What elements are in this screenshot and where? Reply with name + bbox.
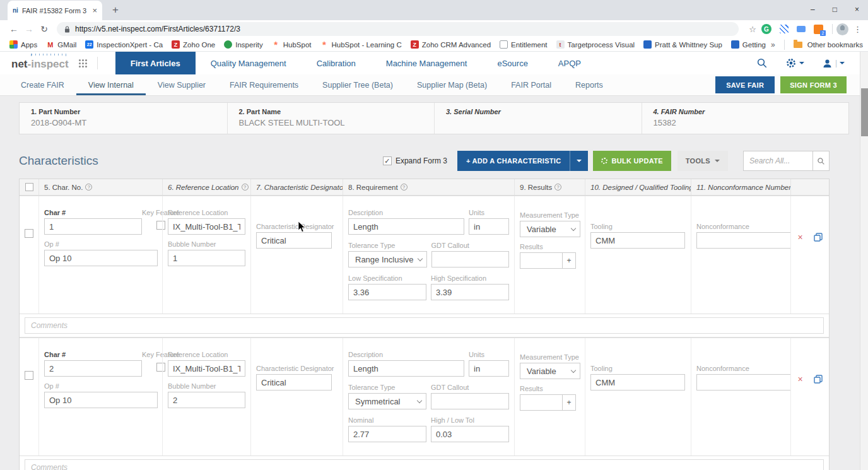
extension-badge-icon[interactable]: 2 xyxy=(814,25,823,34)
profile-avatar[interactable] xyxy=(836,23,848,35)
address-bar[interactable]: https://v5.net-inspect.com/FirstArticles… xyxy=(57,22,739,36)
tools-button[interactable]: TOOLS xyxy=(677,151,728,171)
browser-tab[interactable]: ni FAIR #15382 Form 3 × xyxy=(8,1,102,20)
other-bookmarks-label[interactable]: Other bookmarks xyxy=(807,41,863,49)
browser-menu-icon[interactable]: ⋮ xyxy=(853,25,862,34)
char-number-input[interactable] xyxy=(44,360,142,377)
results-input[interactable] xyxy=(520,252,563,269)
gdt-callout-input[interactable] xyxy=(431,251,510,267)
bookmark-item[interactable]: ZZoho One xyxy=(167,39,220,50)
units-input[interactable] xyxy=(469,360,509,377)
bubble-number-input[interactable] xyxy=(168,392,245,408)
sign-form3-button[interactable]: SIGN FORM 3 xyxy=(780,76,847,93)
search-icon[interactable] xyxy=(751,57,773,69)
tab-close-icon[interactable]: × xyxy=(92,6,97,15)
new-tab-button[interactable]: + xyxy=(112,4,119,16)
tab-view-supplier[interactable]: View Supplier xyxy=(146,74,218,95)
bookmark-item[interactable]: ZZoho CRM Advanced xyxy=(406,39,495,50)
settings-gear-icon[interactable] xyxy=(780,57,810,69)
tolerance-type-select[interactable]: Symmetrical xyxy=(348,393,426,409)
char-number-input[interactable] xyxy=(44,218,142,235)
bookmark-item[interactable]: *HubSpot - Learning C xyxy=(315,39,406,50)
spec-low-input[interactable] xyxy=(348,284,426,300)
bookmark-item[interactable]: Getting Started With xyxy=(727,39,767,50)
bookmark-item[interactable]: Apps xyxy=(5,39,42,50)
tab-view-internal[interactable]: View Internal xyxy=(76,74,146,95)
bookmark-item[interactable]: Entitlement xyxy=(495,39,552,50)
window-close-icon[interactable]: × xyxy=(855,5,859,14)
add-result-button[interactable]: + xyxy=(563,252,576,269)
spec-high-input[interactable] xyxy=(431,284,509,300)
search-input[interactable] xyxy=(743,151,812,171)
window-maximize-icon[interactable]: □ xyxy=(833,5,837,14)
spec-high-input[interactable] xyxy=(431,426,509,442)
tab-fair-portal[interactable]: FAIR Portal xyxy=(499,74,563,95)
refresh-icon[interactable]: ↻ xyxy=(37,24,52,34)
tab-create-fair[interactable]: Create FAIR xyxy=(9,74,76,95)
delete-row-icon[interactable]: × xyxy=(797,375,802,384)
row-select-checkbox[interactable] xyxy=(25,371,33,380)
add-characteristic-dropdown[interactable] xyxy=(570,151,588,171)
nav-apqp[interactable]: APQP xyxy=(543,52,596,74)
nonconformance-input[interactable] xyxy=(696,232,791,249)
characteristic-designator-input[interactable] xyxy=(256,374,332,391)
characteristic-designator-input[interactable] xyxy=(256,232,332,249)
op-number-input[interactable] xyxy=(44,250,158,266)
add-result-button[interactable]: + xyxy=(563,394,576,411)
delete-row-icon[interactable]: × xyxy=(797,233,802,242)
bookmark-item[interactable]: MGMail xyxy=(42,39,81,50)
search-button[interactable] xyxy=(812,151,830,171)
scrollbar-thumb[interactable] xyxy=(861,88,868,136)
save-fair-button[interactable]: SAVE FAIR xyxy=(715,76,775,93)
app-logo[interactable]: net -inspect xyxy=(11,52,69,74)
reference-location-input[interactable] xyxy=(168,360,245,377)
bookmark-star-icon[interactable]: ☆ xyxy=(749,25,756,34)
select-all-checkbox[interactable] xyxy=(25,183,33,191)
description-input[interactable] xyxy=(348,218,464,235)
tooling-input[interactable] xyxy=(590,232,685,249)
op-number-input[interactable] xyxy=(44,392,158,408)
bookmark-item[interactable]: 22InspectionXpert - Ca xyxy=(81,39,167,50)
measurement-type-select[interactable]: Variable xyxy=(520,221,580,237)
bookmark-item[interactable]: Pratt & Whittney Sup xyxy=(639,39,727,50)
gdt-callout-input[interactable] xyxy=(431,393,509,409)
tab-fair-requirements[interactable]: FAIR Requirements xyxy=(218,74,310,95)
measurement-type-select[interactable]: Variable xyxy=(520,363,580,379)
bubble-number-input[interactable] xyxy=(168,250,245,266)
nav-first-articles[interactable]: First Articles xyxy=(115,52,196,74)
nonconformance-input[interactable] xyxy=(696,374,791,391)
reference-location-input[interactable] xyxy=(168,218,245,235)
expand-form3-toggle[interactable]: ✓ Expand Form 3 xyxy=(383,156,447,165)
tab-supplier-tree[interactable]: Supplier Tree (Beta) xyxy=(310,74,405,95)
bookmark-item[interactable]: tTargetprocess Visual xyxy=(552,39,640,50)
nav-machine-management[interactable]: Machine Management xyxy=(371,52,483,74)
bookmark-item[interactable]: Insperity xyxy=(220,39,267,50)
units-input[interactable] xyxy=(469,218,509,235)
expand-form3-checkbox[interactable]: ✓ xyxy=(383,156,392,165)
copy-row-icon[interactable] xyxy=(814,375,823,384)
copy-row-icon[interactable] xyxy=(814,233,823,242)
grammarly-extension-icon[interactable]: G xyxy=(761,24,771,34)
tooling-input[interactable] xyxy=(590,374,685,391)
account-icon[interactable]: | xyxy=(816,58,850,69)
row-select-checkbox[interactable] xyxy=(25,229,33,238)
window-minimize-icon[interactable]: – xyxy=(811,5,815,14)
chat-extension-icon[interactable] xyxy=(797,26,806,32)
bookmarks-overflow-icon[interactable]: » xyxy=(771,40,775,49)
page-scrollbar[interactable] xyxy=(860,52,868,470)
bookmark-item[interactable]: *HubSpot xyxy=(267,39,316,50)
tab-reports[interactable]: Reports xyxy=(563,74,615,95)
spec-low-input[interactable] xyxy=(348,426,426,442)
forward-icon[interactable]: → xyxy=(21,24,37,34)
nav-quality-management[interactable]: Quality Management xyxy=(196,52,302,74)
tab-supplier-map[interactable]: Supplier Map (Beta) xyxy=(405,74,499,95)
bulk-update-button[interactable]: BULK UPDATE xyxy=(593,151,671,171)
comments-input[interactable] xyxy=(25,459,824,470)
tolerance-type-select[interactable]: Range Inclusive xyxy=(348,251,427,267)
comments-input[interactable] xyxy=(25,317,824,334)
add-characteristic-button[interactable]: + ADD A CHARACTERISTIC xyxy=(457,151,589,171)
nav-calibration[interactable]: Calibration xyxy=(302,52,371,74)
app-menu-grid-icon[interactable] xyxy=(79,59,81,61)
extension-icon[interactable] xyxy=(780,25,789,33)
nav-esource[interactable]: eSource xyxy=(482,52,542,74)
